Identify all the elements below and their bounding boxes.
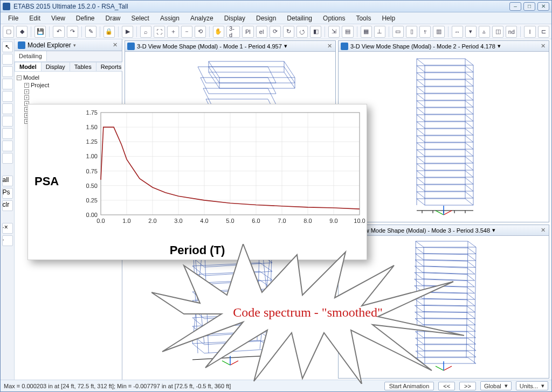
draw-area-icon[interactable] [2, 103, 13, 114]
close-button[interactable]: ✕ [537, 2, 549, 11]
menu-analyze[interactable]: Analyze [185, 13, 219, 23]
redo-icon[interactable]: ↷ [67, 26, 78, 38]
menu-detailing[interactable]: Detailing [281, 13, 318, 23]
lock-icon[interactable]: 🔒 [104, 26, 115, 38]
object-shrink-icon[interactable]: ⇲ [328, 26, 340, 38]
menu-file[interactable]: File [3, 13, 24, 23]
draw-link-icon[interactable] [2, 141, 13, 151]
orbit-icon[interactable]: ⭯ [296, 26, 308, 38]
set-display-icon[interactable]: ▤ [342, 26, 353, 38]
view-body[interactable] [339, 52, 549, 222]
dropdown-icon[interactable]: ▾ [73, 43, 79, 48]
elev-view-icon[interactable]: el [256, 26, 267, 38]
expand-icon[interactable]: + [24, 83, 29, 88]
close-icon[interactable]: ✕ [539, 227, 547, 234]
snap-mid-icon[interactable]: · [2, 235, 13, 246]
table-icon[interactable]: ▥ [433, 26, 444, 38]
dropdown-icon[interactable]: ▾ [284, 43, 287, 50]
draw-slab-icon[interactable] [2, 128, 13, 139]
menu-help[interactable]: Help [376, 13, 401, 23]
named-view-icon[interactable]: nd [506, 26, 517, 38]
menu-define[interactable]: Define [71, 13, 100, 23]
save-icon[interactable]: 💾 [34, 26, 46, 38]
extrude-icon[interactable]: ◫ [492, 26, 503, 38]
maximize-button[interactable]: □ [523, 2, 535, 11]
tab-model[interactable]: Model [15, 62, 42, 71]
rotate-icon[interactable]: ↻ [283, 26, 294, 38]
draw-beam-icon[interactable] [2, 66, 13, 77]
menu-draw[interactable]: Draw [100, 13, 126, 23]
menu-view[interactable]: View [46, 13, 71, 23]
tree-item[interactable]: + [17, 95, 120, 101]
draw-col-icon[interactable] [2, 79, 13, 89]
perspective-icon[interactable]: ◧ [310, 26, 321, 38]
select-all-icon[interactable]: all [2, 176, 13, 186]
svg-text:3.0: 3.0 [174, 218, 182, 224]
menu-edit[interactable]: Edit [24, 13, 46, 23]
clear-select-icon[interactable]: clr [2, 200, 13, 211]
pointer-icon[interactable]: ↖ [2, 41, 13, 52]
tree-child[interactable]: + Project [17, 81, 120, 89]
draw-point-icon[interactable] [2, 153, 13, 164]
split-v-icon[interactable]: ▯ [406, 26, 417, 38]
menu-assign[interactable]: Assign [155, 13, 185, 23]
zoom-window-icon[interactable]: ⌕ [140, 26, 151, 38]
chart-icon[interactable]: ⫯ [419, 26, 431, 38]
menu-design[interactable]: Design [251, 13, 281, 23]
measure2-icon[interactable]: ▵ [479, 26, 490, 38]
plan-view-icon[interactable]: Pl [242, 26, 253, 38]
tab-tables[interactable]: Tables [70, 62, 96, 71]
section-cut2-icon[interactable]: ⊏ [538, 26, 549, 38]
expand-icon[interactable]: + [24, 89, 29, 94]
window-controls: – □ ✕ [509, 2, 549, 11]
close-icon[interactable]: ✕ [111, 41, 119, 49]
tree-root[interactable]: − Model [17, 74, 120, 81]
zoom-extents-icon[interactable]: ⛶ [154, 26, 165, 38]
subtab-detailing[interactable]: Detailing [15, 51, 47, 61]
view-tab-mode1[interactable]: 3-D View Mode Shape (Modal) - Mode 1 - P… [125, 41, 335, 52]
3d-view-button[interactable]: 3-d [226, 26, 240, 38]
run-icon[interactable]: ▶ [122, 26, 133, 38]
model-view-icon[interactable]: ▦ [361, 26, 372, 38]
refresh-icon[interactable]: ⟳ [270, 26, 281, 38]
expand-icon[interactable]: + [24, 95, 29, 100]
zoom-prev-icon[interactable]: ⟲ [195, 26, 206, 38]
svg-text:0.25: 0.25 [86, 197, 98, 204]
pan-icon[interactable]: ✋ [213, 26, 224, 38]
dropdown-icon[interactable]: ▾ [492, 227, 495, 234]
coord-system-dropdown[interactable]: Global▾ [480, 381, 512, 390]
svg-text:0.75: 0.75 [86, 168, 98, 174]
close-icon[interactable]: ✕ [326, 43, 333, 50]
menu-tools[interactable]: Tools [350, 13, 376, 23]
section-cut-icon[interactable]: I [524, 26, 535, 38]
minimize-button[interactable]: – [509, 2, 521, 11]
split-h-icon[interactable]: ▭ [392, 26, 404, 38]
open-icon[interactable]: ◆ [16, 26, 27, 38]
collapse-icon[interactable]: − [17, 75, 22, 80]
menu-display[interactable]: Display [219, 13, 251, 23]
axes-icon[interactable]: ⊥ [374, 26, 385, 38]
prev-select-icon[interactable]: Ps [2, 188, 13, 199]
snap-point-icon[interactable]: ·× [2, 223, 13, 234]
dim-icon[interactable]: ↔ [452, 26, 463, 38]
new-icon[interactable]: ▢ [3, 26, 14, 38]
tree-item[interactable]: + [17, 89, 120, 95]
view-tab-mode2[interactable]: 3-D View Mode Shape (Modal) - Mode 2 - P… [339, 41, 549, 52]
zoom-out-icon[interactable]: － [181, 26, 192, 38]
menu-select[interactable]: Select [126, 13, 155, 23]
pencil-icon[interactable]: ✎ [85, 26, 96, 38]
draw-brace-icon[interactable] [2, 91, 13, 102]
tab-display[interactable]: Display [41, 62, 70, 71]
svg-line-17 [444, 211, 452, 215]
reshape-icon[interactable] [2, 54, 13, 65]
zoom-in-icon[interactable]: ＋ [167, 26, 178, 38]
view-tab-mode3[interactable]: D View Mode Shape (Modal) - Mode 3 - Per… [339, 225, 549, 236]
dropdown-icon[interactable]: ▾ [498, 43, 501, 50]
menu-options[interactable]: Options [318, 13, 350, 23]
close-icon[interactable]: ✕ [539, 43, 547, 50]
draw-wall-icon[interactable] [2, 116, 13, 127]
tab-reports[interactable]: Reports [96, 62, 127, 71]
undo-icon[interactable]: ↶ [53, 26, 64, 38]
units-dropdown[interactable]: Units...▾ [516, 381, 548, 390]
measure-icon[interactable]: ▾ [465, 26, 477, 38]
